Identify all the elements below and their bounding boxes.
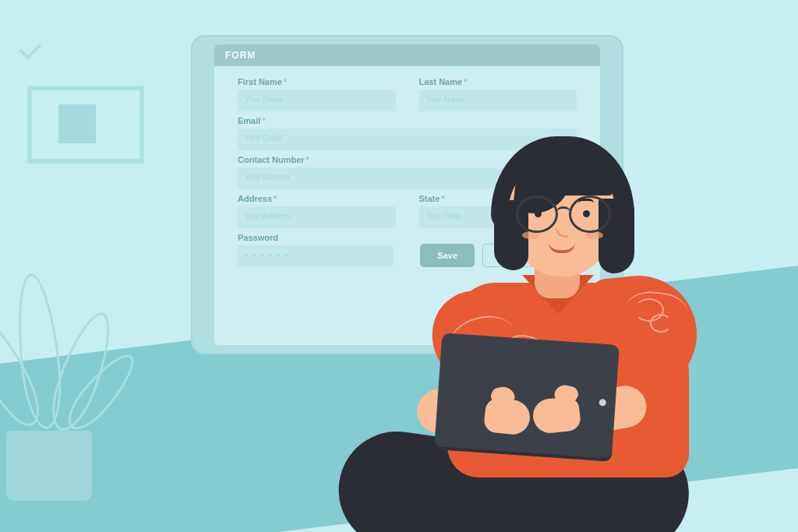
plant-decoration (0, 267, 132, 501)
wall-picture-frame (27, 86, 144, 164)
person-illustration (330, 111, 736, 532)
checkmark-decoration (19, 37, 42, 60)
last-name-label: Last Name* (419, 77, 577, 86)
last-name-input[interactable]: Your Name (419, 90, 577, 111)
first-name-label: First Name* (238, 77, 396, 86)
first-name-input[interactable]: Your Name (238, 90, 396, 111)
form-title: FORM (214, 44, 600, 66)
handheld-tablet (434, 333, 620, 462)
